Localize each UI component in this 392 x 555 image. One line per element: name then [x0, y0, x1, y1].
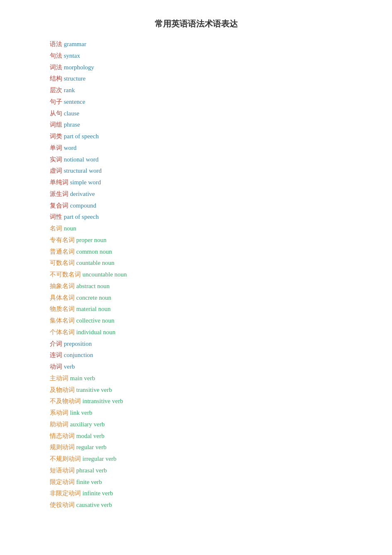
list-item: 词法 morphology	[50, 62, 342, 73]
zh-term: 具体名词	[50, 294, 75, 301]
zh-term: 专有名词	[50, 237, 75, 243]
list-item: 物质名词 material noun	[50, 303, 342, 315]
zh-term: 派生词	[50, 191, 68, 197]
list-item: 虚词 structural word	[50, 165, 342, 177]
list-item: 词类 part of speech	[50, 131, 342, 142]
list-item: 具体名词 concrete noun	[50, 292, 342, 304]
en-term: main verb	[70, 375, 95, 381]
en-term: sentence	[64, 98, 85, 105]
zh-term: 句法	[50, 52, 62, 59]
list-item: 及物动词 transitive verb	[50, 384, 342, 396]
zh-term: 及物动词	[50, 386, 75, 393]
list-item: 句子 sentence	[50, 96, 342, 108]
zh-term: 抽象名词	[50, 283, 75, 289]
en-term: simple word	[70, 179, 101, 186]
zh-term: 情态动词	[50, 433, 75, 439]
list-item: 限定动词 finite verb	[50, 477, 342, 488]
en-term: auxiliary verb	[70, 421, 105, 428]
zh-term: 限定动词	[50, 479, 75, 485]
zh-term: 助动词	[50, 421, 68, 428]
list-item: 词组 phrase	[50, 119, 342, 131]
list-item: 个体名词 individual noun	[50, 327, 342, 338]
zh-term: 名词	[50, 225, 62, 232]
zh-term: 主动词	[50, 375, 68, 381]
en-term: phrase	[64, 121, 80, 128]
list-item: 不及物动词 intransitive verb	[50, 396, 342, 407]
zh-term: 连词	[50, 352, 62, 358]
list-item: 句法 syntax	[50, 50, 342, 62]
list-item: 单词 word	[50, 142, 342, 154]
zh-term: 集体名词	[50, 317, 75, 324]
en-term: countable noun	[76, 259, 114, 266]
zh-term: 复合词	[50, 202, 68, 209]
en-term: notional word	[64, 156, 99, 163]
en-term: morphology	[64, 64, 94, 71]
en-term: derivative	[70, 191, 95, 197]
en-term: word	[64, 144, 77, 151]
list-item: 专有名词 proper noun	[50, 235, 342, 246]
list-item: 复合词 compound	[50, 200, 342, 212]
zh-term: 不可数名词	[50, 271, 81, 278]
list-item: 从句 clause	[50, 108, 342, 120]
page-title: 常用英语语法术语表达	[50, 17, 342, 31]
en-term: clause	[64, 110, 79, 117]
list-item: 系动词 link verb	[50, 407, 342, 419]
en-term: infinite verb	[83, 490, 113, 496]
list-item: 连词 conjunction	[50, 350, 342, 361]
en-term: causative verb	[76, 501, 112, 508]
list-item: 助动词 auxiliary verb	[50, 419, 342, 430]
zh-term: 介词	[50, 340, 62, 347]
en-term: common noun	[76, 248, 112, 255]
zh-term: 词法	[50, 64, 62, 71]
list-item: 结构 structure	[50, 73, 342, 85]
list-item: 抽象名词 abstract noun	[50, 281, 342, 292]
list-item: 实词 notional word	[50, 154, 342, 166]
en-term: structural word	[64, 167, 102, 174]
list-item: 集体名词 collective noun	[50, 315, 342, 327]
zh-term: 规则动词	[50, 444, 75, 450]
en-term: link verb	[70, 409, 93, 416]
en-term: grammar	[64, 41, 86, 47]
zh-term: 单词	[50, 144, 62, 151]
zh-term: 非限定动词	[50, 490, 81, 496]
list-item: 层次 rank	[50, 85, 342, 96]
entries-list: 语法 grammar句法 syntax词法 morphology结构 struc…	[50, 39, 342, 511]
en-term: rank	[64, 87, 75, 93]
zh-term: 短语动词	[50, 467, 75, 474]
zh-term: 动词	[50, 363, 62, 370]
list-item: 语法 grammar	[50, 39, 342, 50]
zh-term: 系动词	[50, 409, 68, 416]
en-term: material noun	[76, 306, 111, 312]
zh-term: 可数名词	[50, 259, 75, 266]
zh-term: 语法	[50, 41, 62, 47]
en-term: structure	[64, 75, 85, 82]
list-item: 短语动词 phrasal verb	[50, 465, 342, 477]
en-term: compound	[70, 202, 96, 209]
zh-term: 词组	[50, 121, 62, 128]
en-term: individual noun	[76, 329, 116, 335]
list-item: 普通名词 common noun	[50, 246, 342, 258]
list-item: 名词 noun	[50, 223, 342, 235]
zh-term: 物质名词	[50, 306, 75, 312]
list-item: 情态动词 modal verb	[50, 430, 342, 442]
list-item: 不规则动词 irregular verb	[50, 453, 342, 465]
list-item: 非限定动词 infinite verb	[50, 488, 342, 499]
en-term: concrete noun	[76, 294, 112, 301]
en-term: intransitive verb	[83, 398, 123, 404]
en-term: noun	[64, 225, 76, 232]
en-term: finite verb	[76, 479, 102, 485]
zh-term: 不规则动词	[50, 455, 81, 462]
list-item: 规则动词 regular verb	[50, 442, 342, 453]
list-item: 单纯词 simple word	[50, 177, 342, 188]
zh-term: 使役动词	[50, 501, 75, 508]
en-term: verb	[64, 363, 75, 370]
en-term: irregular verb	[83, 455, 117, 462]
zh-term: 不及物动词	[50, 398, 81, 404]
zh-term: 句子	[50, 98, 62, 105]
en-term: proper noun	[76, 237, 107, 243]
zh-term: 个体名词	[50, 329, 75, 335]
en-term: part of speech	[64, 133, 99, 139]
zh-term: 实词	[50, 156, 62, 163]
zh-term: 结构	[50, 75, 62, 82]
zh-term: 虚词	[50, 167, 62, 174]
